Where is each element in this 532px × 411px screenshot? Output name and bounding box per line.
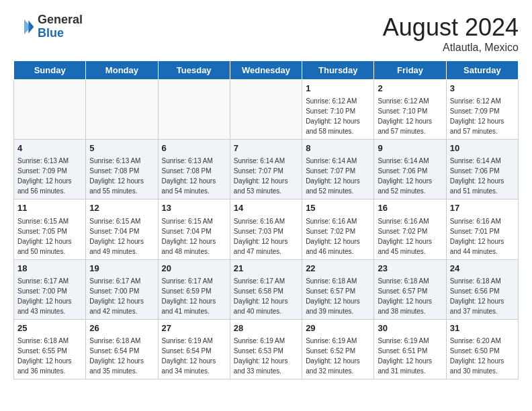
day-number: 3 xyxy=(450,83,515,95)
day-number: 15 xyxy=(306,202,370,214)
calendar-cell: 18Sunrise: 6:17 AMSunset: 7:00 PMDayligh… xyxy=(14,259,86,319)
day-info: Sunrise: 6:12 AMSunset: 7:10 PMDaylight:… xyxy=(306,96,370,136)
day-number: 16 xyxy=(378,202,442,214)
weekday-header-friday: Friday xyxy=(374,61,446,80)
calendar-cell xyxy=(230,80,302,140)
calendar-cell: 17Sunrise: 6:16 AMSunset: 7:01 PMDayligh… xyxy=(446,199,518,259)
day-number: 7 xyxy=(234,142,298,154)
day-info: Sunrise: 6:17 AMSunset: 7:00 PMDaylight:… xyxy=(17,276,82,316)
day-info: Sunrise: 6:18 AMSunset: 6:57 PMDaylight:… xyxy=(378,276,442,316)
day-info: Sunrise: 6:17 AMSunset: 6:58 PMDaylight:… xyxy=(234,276,298,316)
calendar-cell: 22Sunrise: 6:18 AMSunset: 6:57 PMDayligh… xyxy=(302,259,374,319)
day-number: 21 xyxy=(234,263,298,275)
weekday-header-sunday: Sunday xyxy=(14,61,86,80)
calendar-cell: 20Sunrise: 6:17 AMSunset: 6:59 PMDayligh… xyxy=(158,259,230,319)
calendar-cell xyxy=(158,80,230,140)
day-info: Sunrise: 6:18 AMSunset: 6:57 PMDaylight:… xyxy=(306,276,370,316)
day-info: Sunrise: 6:18 AMSunset: 6:55 PMDaylight:… xyxy=(17,336,82,376)
day-number: 10 xyxy=(450,142,515,154)
day-number: 23 xyxy=(378,263,442,275)
calendar-cell: 30Sunrise: 6:19 AMSunset: 6:51 PMDayligh… xyxy=(374,319,446,379)
day-info: Sunrise: 6:14 AMSunset: 7:07 PMDaylight:… xyxy=(234,156,298,196)
day-info: Sunrise: 6:12 AMSunset: 7:09 PMDaylight:… xyxy=(450,96,515,136)
weekday-header-thursday: Thursday xyxy=(302,61,374,80)
day-info: Sunrise: 6:13 AMSunset: 7:09 PMDaylight:… xyxy=(17,156,82,196)
day-number: 22 xyxy=(306,263,370,275)
calendar-cell: 29Sunrise: 6:19 AMSunset: 6:52 PMDayligh… xyxy=(302,319,374,379)
day-number: 27 xyxy=(162,322,226,334)
weekday-header-tuesday: Tuesday xyxy=(158,61,230,80)
day-number: 2 xyxy=(378,83,442,95)
day-number: 4 xyxy=(17,142,82,154)
calendar-cell: 12Sunrise: 6:15 AMSunset: 7:04 PMDayligh… xyxy=(86,199,158,259)
day-info: Sunrise: 6:16 AMSunset: 7:02 PMDaylight:… xyxy=(306,216,370,257)
calendar-cell: 11Sunrise: 6:15 AMSunset: 7:05 PMDayligh… xyxy=(14,199,86,259)
day-number: 6 xyxy=(162,142,226,154)
day-info: Sunrise: 6:19 AMSunset: 6:51 PMDaylight:… xyxy=(378,336,442,376)
day-number: 31 xyxy=(450,322,515,334)
month-year: August 2024 xyxy=(383,13,519,42)
calendar-cell: 13Sunrise: 6:15 AMSunset: 7:04 PMDayligh… xyxy=(158,199,230,259)
day-number: 24 xyxy=(450,263,515,275)
day-number: 20 xyxy=(162,263,226,275)
calendar-cell xyxy=(14,80,86,140)
day-info: Sunrise: 6:15 AMSunset: 7:04 PMDaylight:… xyxy=(89,216,154,257)
calendar-cell: 24Sunrise: 6:18 AMSunset: 6:56 PMDayligh… xyxy=(446,259,518,319)
calendar-body: 1Sunrise: 6:12 AMSunset: 7:10 PMDaylight… xyxy=(14,80,519,379)
calendar-week-4: 18Sunrise: 6:17 AMSunset: 7:00 PMDayligh… xyxy=(14,259,519,319)
calendar-week-3: 11Sunrise: 6:15 AMSunset: 7:05 PMDayligh… xyxy=(14,199,519,259)
day-number: 14 xyxy=(234,202,298,214)
calendar-week-5: 25Sunrise: 6:18 AMSunset: 6:55 PMDayligh… xyxy=(14,319,519,379)
logo-icon xyxy=(13,16,35,38)
calendar-cell: 25Sunrise: 6:18 AMSunset: 6:55 PMDayligh… xyxy=(14,319,86,379)
weekday-header-monday: Monday xyxy=(86,61,158,80)
day-number: 18 xyxy=(17,263,82,275)
day-info: Sunrise: 6:15 AMSunset: 7:04 PMDaylight:… xyxy=(162,216,226,257)
day-info: Sunrise: 6:13 AMSunset: 7:08 PMDaylight:… xyxy=(89,156,154,196)
day-number: 19 xyxy=(89,263,154,275)
calendar-header: SundayMondayTuesdayWednesdayThursdayFrid… xyxy=(14,61,519,80)
day-info: Sunrise: 6:16 AMSunset: 7:01 PMDaylight:… xyxy=(450,216,515,257)
calendar-cell: 9Sunrise: 6:14 AMSunset: 7:06 PMDaylight… xyxy=(374,140,446,199)
day-number: 29 xyxy=(306,322,370,334)
calendar-cell: 8Sunrise: 6:14 AMSunset: 7:07 PMDaylight… xyxy=(302,140,374,199)
day-number: 13 xyxy=(162,202,226,214)
day-info: Sunrise: 6:15 AMSunset: 7:05 PMDaylight:… xyxy=(17,216,82,257)
weekday-header-wednesday: Wednesday xyxy=(230,61,302,80)
calendar-cell: 5Sunrise: 6:13 AMSunset: 7:08 PMDaylight… xyxy=(86,140,158,199)
day-number: 28 xyxy=(234,322,298,334)
day-info: Sunrise: 6:14 AMSunset: 7:07 PMDaylight:… xyxy=(306,156,370,196)
day-info: Sunrise: 6:16 AMSunset: 7:03 PMDaylight:… xyxy=(234,216,298,257)
logo-text: General Blue xyxy=(38,13,83,40)
day-info: Sunrise: 6:17 AMSunset: 7:00 PMDaylight:… xyxy=(89,276,154,316)
day-number: 9 xyxy=(378,142,442,154)
calendar-cell: 7Sunrise: 6:14 AMSunset: 7:07 PMDaylight… xyxy=(230,140,302,199)
day-info: Sunrise: 6:14 AMSunset: 7:06 PMDaylight:… xyxy=(450,156,515,196)
calendar-cell: 3Sunrise: 6:12 AMSunset: 7:09 PMDaylight… xyxy=(446,80,518,140)
weekday-header-row: SundayMondayTuesdayWednesdayThursdayFrid… xyxy=(14,61,519,80)
day-number: 25 xyxy=(17,322,82,334)
title-area: August 2024 Atlautla, Mexico xyxy=(383,13,519,54)
weekday-header-saturday: Saturday xyxy=(446,61,518,80)
calendar-cell: 27Sunrise: 6:19 AMSunset: 6:54 PMDayligh… xyxy=(158,319,230,379)
day-number: 8 xyxy=(306,142,370,154)
day-info: Sunrise: 6:13 AMSunset: 7:08 PMDaylight:… xyxy=(162,156,226,196)
day-info: Sunrise: 6:12 AMSunset: 7:10 PMDaylight:… xyxy=(378,96,442,136)
day-number: 26 xyxy=(89,322,154,334)
calendar-cell: 14Sunrise: 6:16 AMSunset: 7:03 PMDayligh… xyxy=(230,199,302,259)
day-info: Sunrise: 6:16 AMSunset: 7:02 PMDaylight:… xyxy=(378,216,442,257)
calendar-cell: 10Sunrise: 6:14 AMSunset: 7:06 PMDayligh… xyxy=(446,140,518,199)
day-number: 17 xyxy=(450,202,515,214)
day-number: 30 xyxy=(378,322,442,334)
day-info: Sunrise: 6:18 AMSunset: 6:56 PMDaylight:… xyxy=(450,276,515,316)
location: Atlautla, Mexico xyxy=(383,42,519,54)
calendar-cell: 6Sunrise: 6:13 AMSunset: 7:08 PMDaylight… xyxy=(158,140,230,199)
day-number: 12 xyxy=(89,202,154,214)
calendar-cell: 19Sunrise: 6:17 AMSunset: 7:00 PMDayligh… xyxy=(86,259,158,319)
logo-general: General xyxy=(38,13,83,27)
calendar-week-2: 4Sunrise: 6:13 AMSunset: 7:09 PMDaylight… xyxy=(14,140,519,199)
day-info: Sunrise: 6:19 AMSunset: 6:53 PMDaylight:… xyxy=(234,336,298,376)
page-header: General Blue August 2024 Atlautla, Mexic… xyxy=(13,13,519,54)
calendar-week-1: 1Sunrise: 6:12 AMSunset: 7:10 PMDaylight… xyxy=(14,80,519,140)
day-info: Sunrise: 6:14 AMSunset: 7:06 PMDaylight:… xyxy=(378,156,442,196)
